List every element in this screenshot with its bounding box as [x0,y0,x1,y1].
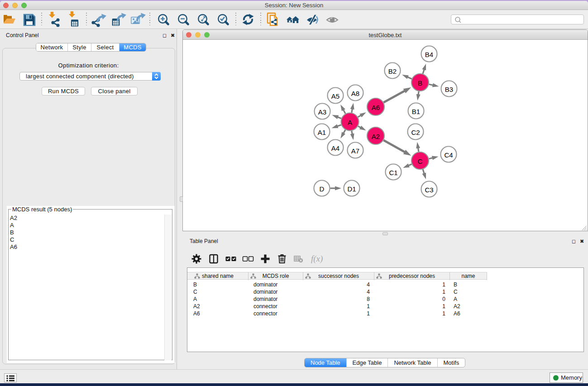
svg-text:A1: A1 [318,129,326,136]
svg-text:B2: B2 [388,67,397,75]
svg-text:A3: A3 [318,108,326,116]
svg-text:B1: B1 [412,108,420,115]
svg-text:C2: C2 [411,129,420,136]
svg-text:A2: A2 [372,133,380,140]
svg-text:C3: C3 [425,186,433,194]
svg-text:D1: D1 [347,185,356,193]
svg-text:A: A [348,119,352,126]
svg-text:C4: C4 [444,151,453,159]
svg-text:C: C [418,157,423,165]
svg-text:A7: A7 [351,147,359,155]
svg-text:A8: A8 [351,90,359,97]
svg-text:A4: A4 [331,144,339,152]
svg-text:B3: B3 [445,86,453,93]
svg-text:A6: A6 [372,104,380,111]
svg-text:B: B [418,79,422,87]
svg-text:A5: A5 [331,92,339,100]
svg-text:C1: C1 [389,169,397,176]
svg-text:D: D [320,185,325,193]
svg-text:B4: B4 [425,51,433,58]
